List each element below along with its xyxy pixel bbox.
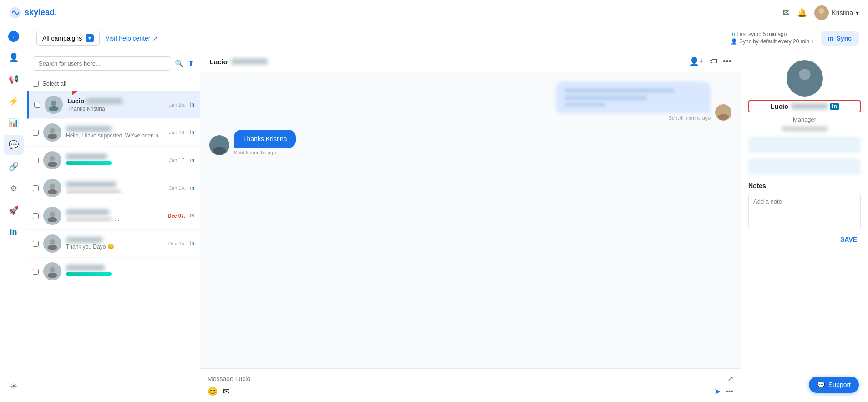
filter-funnel-icon[interactable]: ⬆ <box>188 59 194 69</box>
conv-contact-name <box>66 182 165 187</box>
conv-item-checkbox[interactable] <box>33 185 39 191</box>
tag-icon[interactable]: 🏷 <box>709 57 717 66</box>
linkedin-sync-icon: in <box>828 35 833 42</box>
info-icon: ℹ <box>811 38 813 45</box>
sidebar-item-filter[interactable]: ⚡ <box>4 91 24 111</box>
conv-detail-header: Lucio 👤+ 🏷 ••• <box>200 51 741 72</box>
sidebar-item-analytics[interactable]: 📊 <box>4 113 24 133</box>
megaphone-icon: 📢 <box>9 74 19 84</box>
search-input[interactable] <box>33 56 171 71</box>
campaign-select[interactable]: All campaigns ▾ <box>36 31 100 46</box>
conv-avatar <box>43 123 61 142</box>
message-received-wrapper: Sent 6 months ago <box>209 81 731 121</box>
bell-icon[interactable]: 🔔 <box>797 8 807 18</box>
profile-avatar <box>787 60 823 97</box>
conv-avatar <box>43 262 61 280</box>
more-options-icon[interactable]: ••• <box>723 57 731 66</box>
notes-textarea[interactable] <box>748 193 861 229</box>
conversation-list: 🔍 ⬆ Select all Lucio <box>27 51 200 402</box>
mail-icon[interactable]: ✉ <box>783 8 790 18</box>
add-person-icon[interactable]: 👤+ <box>689 56 704 66</box>
attachment-icon[interactable]: ✉ <box>223 387 230 397</box>
svg-point-12 <box>50 211 55 217</box>
linkedin-icon: in <box>10 228 17 237</box>
linkedin-msg-icon: in <box>190 240 194 247</box>
select-all-row: Select all <box>27 76 200 91</box>
svg-point-8 <box>50 156 55 161</box>
link-icon: 🔗 <box>9 162 19 172</box>
sidebar-item-rocket[interactable]: 🚀 <box>4 200 24 220</box>
conv-item-checkbox[interactable] <box>33 158 39 163</box>
received-message-content <box>556 81 711 113</box>
conv-date: Dec 05. <box>168 241 186 246</box>
select-all-checkbox[interactable] <box>33 81 39 87</box>
svg-point-17 <box>48 273 57 278</box>
messages-icon: 💬 <box>9 140 19 150</box>
list-item[interactable]: Thank you Dayo 😊 Dec 05. in <box>27 230 200 258</box>
sync-button[interactable]: in Sync <box>821 31 859 46</box>
sidebar-item-sun[interactable]: ☀ <box>4 377 24 397</box>
conv-item-checkbox[interactable] <box>33 130 39 136</box>
list-item[interactable]: Jan 17. in <box>27 147 200 174</box>
conv-item-checkbox[interactable] <box>33 241 39 247</box>
notes-title: Notes <box>748 182 861 189</box>
support-button[interactable]: 💬 Support <box>809 377 859 393</box>
sidebar-item-settings[interactable]: ⚙ <box>4 178 24 198</box>
user-menu[interactable]: Kristina ▾ <box>814 5 859 20</box>
message-input-row: ↗ <box>208 374 733 383</box>
list-item[interactable]: Hello, I have supported. We've been n...… <box>27 119 200 147</box>
sidebar-item-linkedin[interactable]: in <box>4 222 24 242</box>
app-logo[interactable]: skylead. <box>9 6 57 19</box>
sidebar-item-links[interactable]: 🔗 <box>4 157 24 177</box>
sidebar-item-person[interactable]: 👤 <box>4 47 24 67</box>
svg-point-4 <box>51 100 56 106</box>
sent-msg-avatar <box>209 135 229 155</box>
linkedin-msg-icon: in <box>190 185 194 191</box>
list-item[interactable]: Lucio Thanks Kristina Jan 25. in <box>27 91 200 119</box>
svg-point-2 <box>817 15 826 20</box>
message-input[interactable] <box>208 375 723 382</box>
sun-icon: ☀ <box>10 382 17 392</box>
campaign-dropdown-arrow[interactable]: ▾ <box>86 34 94 42</box>
sent-message-container: Thanks Kristina Sent 6 months ago <box>234 130 296 155</box>
notes-save-row: SAVE <box>748 234 861 245</box>
sidebar-item-messages[interactable]: 💬 <box>4 135 24 155</box>
list-item[interactable] <box>27 258 200 285</box>
subheader-left: All campaigns ▾ Visit help center ↗ <box>36 31 158 46</box>
conv-item-checkbox[interactable] <box>33 269 39 275</box>
profile-header: Lucio in Manager <box>748 60 861 131</box>
list-item[interactable]: ... Dec 07. ✉ <box>27 202 200 230</box>
list-item[interactable]: Jan 14. in <box>27 174 200 202</box>
profile-title: Manager <box>793 116 816 123</box>
profile-name-box: Lucio in <box>748 100 861 112</box>
save-note-button[interactable]: SAVE <box>837 234 861 245</box>
filter-icon: ⚡ <box>9 96 19 106</box>
svg-point-14 <box>50 239 55 244</box>
conv-info <box>66 182 165 194</box>
linkedin-msg-icon: in <box>190 129 194 136</box>
sidebar-expand-btn[interactable]: › <box>8 31 19 42</box>
main-content: 🔍 ⬆ Select all Lucio <box>27 51 868 402</box>
notes-section: Notes SAVE <box>748 182 861 245</box>
search-icon[interactable]: 🔍 <box>175 59 184 68</box>
expand-icon[interactable]: ↗ <box>727 374 733 383</box>
conv-info: Lucio Thanks Kristina <box>67 97 165 112</box>
sync-info: in Last sync: 5 min ago 👤 Sync by defaul… <box>731 31 813 46</box>
profile-linkedin-icon[interactable]: in <box>830 103 839 110</box>
chat-icon: 💬 <box>817 381 825 388</box>
conv-contact-name <box>66 237 164 243</box>
send-icons: ➤ ••• <box>714 387 733 397</box>
progress-bar <box>66 272 112 276</box>
conv-item-checkbox[interactable] <box>33 213 39 219</box>
help-link[interactable]: Visit help center ↗ <box>105 35 157 42</box>
conv-contact-name <box>66 154 165 159</box>
conv-item-checkbox[interactable] <box>34 102 40 108</box>
conversation-items: Lucio Thanks Kristina Jan 25. in <box>27 91 200 402</box>
send-icon[interactable]: ➤ <box>714 387 721 397</box>
conv-contact-name: Lucio <box>67 97 165 105</box>
conv-date: Jan 17. <box>169 158 186 163</box>
more-send-options[interactable]: ••• <box>726 387 733 396</box>
emoji-icon[interactable]: 😊 <box>208 387 218 397</box>
sent-message-content: Thanks Kristina <box>234 130 296 148</box>
sidebar-item-campaigns[interactable]: 📢 <box>4 69 24 89</box>
